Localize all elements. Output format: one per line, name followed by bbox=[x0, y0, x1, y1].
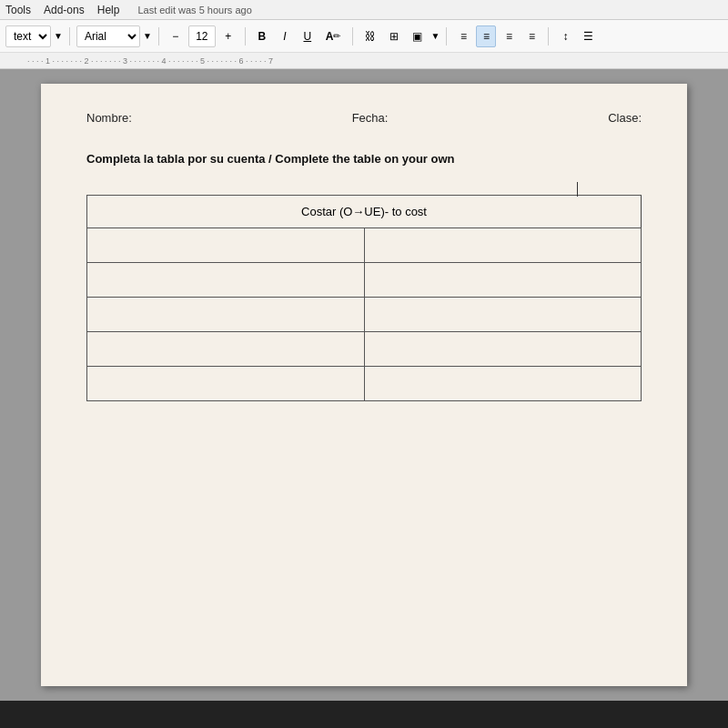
spacing-group: ↕ ☰ bbox=[555, 25, 599, 47]
menu-addons[interactable]: Add-ons bbox=[44, 4, 85, 16]
pencil-icon: ✏ bbox=[333, 31, 340, 41]
font-color-A: A bbox=[326, 30, 334, 43]
style-select[interactable]: text bbox=[5, 25, 51, 47]
table-header-cell: Costar (O→UE)- to cost bbox=[87, 196, 642, 228]
align-group: ≡ ≡ ≡ ≡ bbox=[453, 25, 541, 47]
menu-tools[interactable]: Tools bbox=[5, 4, 31, 16]
nombre-label: Nombre: bbox=[86, 111, 132, 125]
italic-button[interactable]: I bbox=[275, 25, 295, 47]
table-cell-right-5[interactable] bbox=[364, 367, 642, 401]
separator-6 bbox=[548, 27, 549, 46]
fecha-label: Fecha: bbox=[352, 111, 389, 125]
verb-table: Costar (O→UE)- to cost bbox=[86, 195, 642, 401]
chevron-font-icon: ▼ bbox=[143, 31, 152, 41]
table-cell-left-4[interactable] bbox=[87, 332, 365, 367]
table-cell-right-1[interactable] bbox=[364, 228, 642, 263]
table-row[interactable] bbox=[87, 367, 642, 401]
font-color-button[interactable]: A ✏ bbox=[320, 25, 347, 47]
table-cell-left-5[interactable] bbox=[87, 367, 365, 401]
font-size-input[interactable] bbox=[188, 25, 216, 47]
toolbar: text ▼ Arial ▼ − + B I U A ✏ ⛓ ⊞ ▣ ▼ ≡ ≡ bbox=[0, 20, 728, 53]
fontsize-group: − + bbox=[166, 25, 238, 47]
instruction-text: Completa la tabla por su cuenta / Comple… bbox=[86, 152, 642, 166]
style-group: text ▼ bbox=[5, 25, 63, 47]
justify-button[interactable]: ≡ bbox=[521, 25, 541, 47]
separator-1 bbox=[69, 27, 70, 46]
list-button[interactable]: ☰ bbox=[578, 25, 599, 47]
chevron-style-icon: ▼ bbox=[54, 31, 63, 41]
align-left-button[interactable]: ≡ bbox=[453, 25, 473, 47]
separator-2 bbox=[158, 27, 159, 46]
document-area: Nombre: Fecha: Clase: Completa la tabla … bbox=[0, 69, 728, 701]
table-header-row: Costar (O→UE)- to cost bbox=[87, 196, 642, 228]
table-cell-left-3[interactable] bbox=[87, 298, 365, 332]
table-cell-left-2[interactable] bbox=[87, 263, 365, 298]
doc-header: Nombre: Fecha: Clase: bbox=[86, 111, 642, 125]
table-row[interactable] bbox=[87, 298, 642, 332]
chevron-image-icon: ▼ bbox=[430, 31, 440, 41]
table-cell-right-2[interactable] bbox=[364, 263, 642, 298]
clase-label: Clase: bbox=[608, 111, 642, 125]
format-group: B I U A ✏ bbox=[252, 25, 347, 47]
align-right-button[interactable]: ≡ bbox=[499, 25, 519, 47]
font-group: Arial ▼ bbox=[76, 25, 152, 47]
align-center-button[interactable]: ≡ bbox=[476, 25, 496, 47]
separator-4 bbox=[352, 27, 353, 46]
page[interactable]: Nombre: Fecha: Clase: Completa la tabla … bbox=[41, 84, 687, 686]
font-select[interactable]: Arial bbox=[76, 25, 140, 47]
table-cell-right-4[interactable] bbox=[364, 332, 642, 367]
font-size-decrease-button[interactable]: − bbox=[166, 25, 186, 47]
separator-5 bbox=[446, 27, 447, 46]
table-row[interactable] bbox=[87, 332, 642, 367]
table-cell-left-1[interactable] bbox=[87, 228, 365, 263]
line-spacing-button[interactable]: ↕ bbox=[555, 25, 575, 47]
image-button[interactable]: ▣ bbox=[407, 25, 428, 47]
bold-button[interactable]: B bbox=[252, 25, 272, 47]
ruler: · · · · 1 · · · · · · · 2 · · · · · · · … bbox=[0, 53, 728, 69]
text-cursor bbox=[577, 182, 578, 197]
link-button[interactable]: ⛓ bbox=[359, 25, 381, 47]
taskbar bbox=[0, 701, 728, 728]
underline-button[interactable]: U bbox=[298, 25, 318, 47]
menu-bar: Tools Add-ons Help Last edit was 5 hours… bbox=[0, 0, 728, 20]
separator-3 bbox=[245, 27, 246, 46]
menu-help[interactable]: Help bbox=[97, 4, 120, 16]
last-edit-label: Last edit was 5 hours ago bbox=[137, 5, 251, 15]
table-row[interactable] bbox=[87, 228, 642, 263]
ruler-marks: · · · · 1 · · · · · · · 2 · · · · · · · … bbox=[27, 56, 273, 66]
insert-group: ⛓ ⊞ ▣ ▼ bbox=[359, 25, 440, 47]
table-row[interactable] bbox=[87, 263, 642, 298]
comment-button[interactable]: ⊞ bbox=[384, 25, 404, 47]
table-cell-right-3[interactable] bbox=[364, 298, 642, 332]
font-size-increase-button[interactable]: + bbox=[218, 25, 238, 47]
